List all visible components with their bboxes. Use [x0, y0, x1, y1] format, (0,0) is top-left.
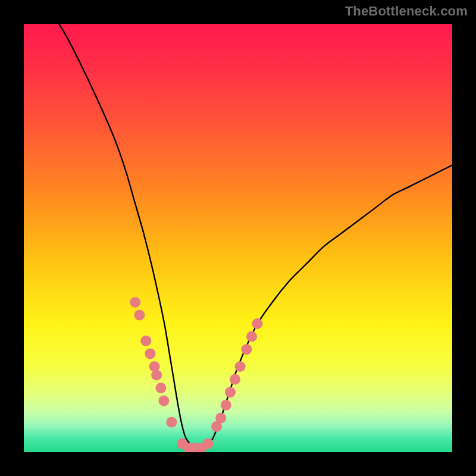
marker-dot [215, 412, 226, 423]
marker-dot [235, 361, 246, 372]
marker-dot [155, 383, 166, 393]
marker-dot [230, 374, 240, 385]
marker-dot [158, 396, 169, 406]
plot-area [24, 24, 452, 452]
marker-dot [221, 400, 231, 411]
highlight-markers [130, 297, 262, 452]
marker-dot [140, 336, 151, 346]
marker-dot [241, 344, 252, 355]
marker-dot [252, 318, 262, 329]
bottleneck-curve [45, 24, 452, 449]
marker-dot [225, 387, 236, 397]
outer-frame: TheBottleneck.com [0, 0, 476, 476]
marker-dot [151, 369, 162, 380]
chart-svg [24, 24, 452, 452]
marker-dot [130, 297, 140, 308]
marker-dot [145, 348, 155, 359]
marker-dot [203, 439, 214, 449]
marker-dot [134, 310, 145, 321]
watermark-text: TheBottleneck.com [345, 4, 468, 19]
marker-dot [166, 417, 177, 428]
marker-dot [246, 331, 257, 342]
